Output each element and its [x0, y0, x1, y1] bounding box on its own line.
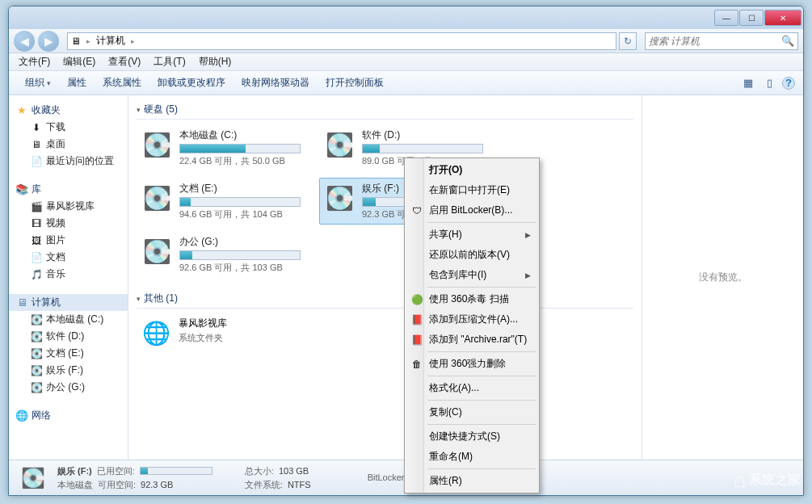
category-disk-label: 硬盘 (5) — [144, 103, 178, 116]
sidebar-computer[interactable]: 🖥 计算机 — [9, 294, 128, 311]
menu-item-label: 复制(C) — [429, 405, 462, 419]
content-pane: ▾ 硬盘 (5) 💽 本地磁盘 (C:) 22.4 GB 可用，共 50.0 G… — [128, 95, 642, 460]
menu-view[interactable]: 查看(V) — [102, 53, 147, 70]
toolbar-properties[interactable]: 属性 — [59, 73, 95, 93]
refresh-button[interactable]: ↻ — [619, 32, 637, 50]
menu-item-label: 共享(H) — [429, 228, 462, 242]
item-icon: 🎞 — [30, 217, 43, 230]
maximize-button[interactable]: ☐ — [739, 10, 764, 26]
breadcrumb-separator: ▸ — [86, 37, 90, 45]
toolbar-map-drive[interactable]: 映射网络驱动器 — [234, 73, 318, 93]
context-menu-item[interactable]: 格式化(A)... — [406, 378, 537, 398]
drive-name: 文档 (E:) — [179, 182, 302, 195]
sidebar-item-library[interactable]: 🎬暴风影视库 — [9, 198, 128, 215]
drive-name: 办公 (G:) — [179, 235, 302, 249]
menu-tools[interactable]: 工具(T) — [147, 53, 191, 70]
item-icon: 📄 — [30, 155, 43, 168]
item-label: 本地磁盘 (C:) — [46, 313, 103, 326]
toolbar-organize[interactable]: 组织 — [17, 73, 59, 93]
menu-item-label: 格式化(A)... — [429, 381, 479, 395]
drive-item[interactable]: 💽 本地磁盘 (C:) 22.4 GB 可用，共 50.0 GB — [137, 124, 306, 171]
address-bar[interactable]: 🖥 ▸ 计算机 ▸ — [67, 32, 616, 50]
search-icon: 🔍 — [781, 35, 794, 47]
toolbar-uninstall[interactable]: 卸载或更改程序 — [149, 73, 234, 93]
item-label: 下载 — [46, 120, 65, 134]
context-menu-item[interactable]: 🟢使用 360杀毒 扫描 — [406, 289, 537, 309]
context-menu-item[interactable]: 还原以前的版本(V) — [406, 245, 537, 265]
toolbar: 组织 属性 系统属性 卸载或更改程序 映射网络驱动器 打开控制面板 ▦ ▯ ? — [9, 71, 803, 95]
context-menu-item[interactable]: 属性(R) — [406, 471, 537, 491]
item-icon: 💽 — [30, 313, 43, 326]
menu-separator — [427, 222, 536, 223]
item-icon: 📄 — [30, 251, 43, 264]
sidebar-item-favorite[interactable]: ⬇下载 — [9, 119, 128, 136]
sidebar-item-favorite[interactable]: 🖥桌面 — [9, 136, 128, 153]
item-label: 文档 — [46, 250, 65, 264]
menu-file[interactable]: 文件(F) — [12, 53, 57, 70]
context-menu-item[interactable]: 打开(O) — [406, 160, 537, 180]
sidebar-favorites[interactable]: ★ 收藏夹 — [9, 102, 128, 119]
sidebar-favorites-label: 收藏夹 — [32, 103, 61, 117]
folder-icon: 🌐 — [140, 317, 172, 349]
folder-item[interactable]: 🌐 暴风影视库 系统文件夹 — [137, 313, 306, 352]
sidebar-libraries[interactable]: 📚 库 — [9, 181, 128, 198]
context-menu-item[interactable]: 包含到库中(I)▶ — [406, 265, 537, 285]
search-box[interactable]: 🔍 — [645, 32, 798, 50]
sidebar: ★ 收藏夹 ⬇下载🖥桌面📄最近访问的位置 📚 库 🎬暴风影视库🎞视频🖼图片📄文档… — [9, 95, 128, 460]
titlebar: — ☐ ✕ — [9, 6, 803, 29]
chevron-down-icon: ▾ — [137, 106, 141, 114]
context-menu-item[interactable]: 重命名(M) — [406, 447, 537, 467]
drive-item[interactable]: 💽 办公 (G:) 92.6 GB 可用，共 103 GB — [137, 231, 306, 278]
context-menu-item[interactable]: 在新窗口中打开(E) — [406, 180, 537, 200]
sidebar-item-library[interactable]: 📄文档 — [9, 249, 128, 266]
menu-edit[interactable]: 编辑(E) — [57, 53, 102, 70]
menu-help[interactable]: 帮助(H) — [192, 53, 238, 70]
breadcrumb-computer[interactable]: 计算机 — [96, 34, 125, 48]
category-other-header[interactable]: ▾ 其他 (1) — [137, 289, 633, 309]
sidebar-item-drive[interactable]: 💽本地磁盘 (C:) — [9, 311, 128, 328]
status-fs-label: 文件系统: — [245, 479, 283, 491]
menu-item-label: 属性(R) — [429, 474, 462, 488]
minimize-button[interactable]: — — [714, 10, 738, 26]
help-button[interactable]: ? — [782, 77, 795, 90]
drive-usage-bar — [179, 144, 301, 153]
item-icon: 💽 — [30, 364, 43, 377]
context-menu-item[interactable]: 复制(C) — [406, 402, 537, 422]
disk-icon: 💽 — [323, 182, 356, 214]
menu-item-label: 打开(O) — [429, 163, 462, 177]
sidebar-item-library[interactable]: 🖼图片 — [9, 232, 128, 249]
status-drive-name: 娱乐 (F:) — [57, 465, 92, 477]
sidebar-item-library[interactable]: 🎞视频 — [9, 215, 128, 232]
context-menu-item[interactable]: 📕添加到压缩文件(A)... — [406, 309, 537, 330]
preview-pane-button[interactable]: ▯ — [761, 75, 777, 91]
close-button[interactable]: ✕ — [764, 10, 801, 26]
category-disk-header[interactable]: ▾ 硬盘 (5) — [137, 100, 633, 120]
menu-item-icon: 🗑 — [410, 357, 424, 372]
nav-back-button[interactable]: ◀ — [14, 31, 35, 52]
nav-bar: ◀ ▶ 🖥 ▸ 计算机 ▸ ↻ 🔍 — [9, 29, 803, 53]
sidebar-item-drive[interactable]: 💽文档 (E:) — [9, 345, 128, 362]
drive-usage-bar — [179, 197, 301, 207]
submenu-arrow-icon: ▶ — [525, 271, 531, 279]
context-menu-item[interactable]: 创建快捷方式(S) — [406, 426, 537, 447]
context-menu-item[interactable]: 共享(H)▶ — [406, 225, 537, 245]
item-icon: 💽 — [30, 381, 43, 394]
sidebar-item-drive[interactable]: 💽办公 (G:) — [9, 379, 128, 396]
item-icon: 🎵 — [30, 268, 43, 281]
sidebar-network[interactable]: 🌐 网络 — [9, 407, 128, 424]
sidebar-item-favorite[interactable]: 📄最近访问的位置 — [9, 153, 128, 170]
item-label: 办公 (G:) — [46, 380, 85, 394]
sidebar-item-library[interactable]: 🎵音乐 — [9, 266, 128, 283]
sidebar-item-drive[interactable]: 💽软件 (D:) — [9, 328, 128, 345]
context-menu-item[interactable]: 🗑使用 360强力删除 — [406, 354, 537, 374]
search-input[interactable] — [649, 36, 781, 47]
context-menu-item[interactable]: 🛡启用 BitLocker(B)... — [406, 200, 537, 220]
view-mode-button[interactable]: ▦ — [740, 75, 756, 91]
sidebar-item-drive[interactable]: 💽娱乐 (F:) — [9, 362, 128, 379]
menu-item-label: 重命名(M) — [429, 450, 473, 464]
drive-item[interactable]: 💽 文档 (E:) 94.6 GB 可用，共 104 GB — [137, 178, 306, 225]
toolbar-system-properties[interactable]: 系统属性 — [95, 73, 149, 93]
toolbar-control-panel[interactable]: 打开控制面板 — [318, 73, 392, 93]
context-menu-item[interactable]: 📕添加到 "Archive.rar"(T) — [406, 330, 537, 350]
nav-forward-button[interactable]: ▶ — [38, 31, 59, 52]
